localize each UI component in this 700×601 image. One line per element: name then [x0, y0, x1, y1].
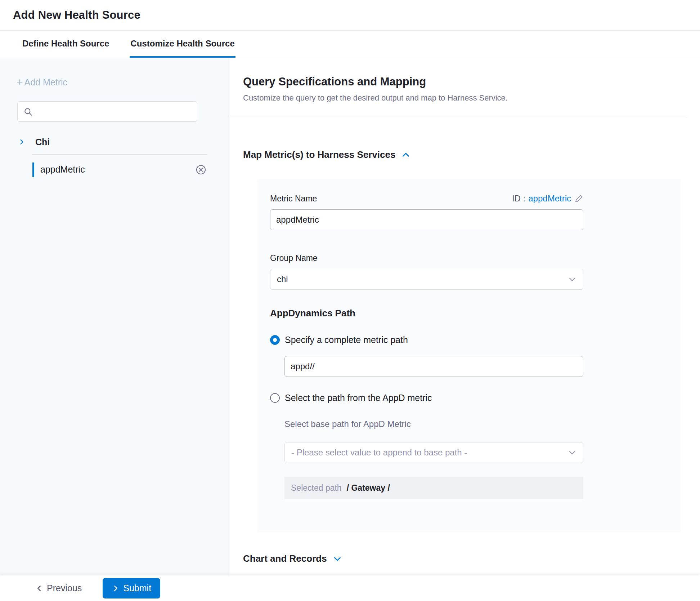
tree-metric-appdmetric[interactable]: appdMetric — [0, 160, 229, 179]
radio-selected-icon[interactable] — [270, 335, 280, 345]
plus-icon: + — [17, 77, 23, 88]
map-metrics-section-title: Map Metric(s) to Harness Services — [243, 149, 395, 160]
search-icon — [23, 107, 33, 116]
base-path-placeholder: - Please select value to append to base … — [291, 448, 467, 458]
divider — [230, 116, 687, 116]
tree-group-label: Chi — [35, 137, 50, 147]
radio-complete-path[interactable]: Specify a complete metric path — [270, 335, 681, 345]
map-metrics-section-toggle[interactable]: Map Metric(s) to Harness Services — [243, 149, 410, 160]
metrics-sidebar: + Add Metric Chi appdMetri — [0, 58, 229, 575]
metric-tree: Chi appdMetric — [0, 133, 229, 179]
id-value: appdMetric — [528, 193, 571, 204]
tree-group-chi[interactable]: Chi — [0, 133, 229, 151]
selected-path-value: / Gateway / — [347, 483, 390, 493]
appdynamics-path-heading: AppDynamics Path — [270, 308, 681, 319]
chevron-right-icon — [112, 584, 120, 592]
chart-and-records-label: Chart and Records — [243, 553, 327, 564]
metric-search — [17, 101, 197, 122]
submit-button[interactable]: Submit — [103, 578, 160, 598]
radio-select-path-label: Select the path from the AppD metric — [285, 393, 432, 403]
wizard-footer: Previous Submit — [0, 575, 700, 601]
group-name-value: chi — [277, 274, 288, 284]
id-prefix: ID : — [512, 193, 525, 204]
base-path-select[interactable]: - Please select value to append to base … — [284, 442, 583, 463]
tree-metric-label: appdMetric — [40, 164, 195, 175]
tab-label: Customize Health Source — [130, 39, 234, 49]
tree-divider — [32, 154, 207, 155]
chevron-down-icon — [568, 448, 576, 457]
previous-button[interactable]: Previous — [35, 583, 82, 593]
section-title: Query Specifications and Mapping — [243, 75, 700, 88]
chevron-down-icon — [333, 554, 342, 564]
metric-name-input[interactable] — [270, 209, 583, 230]
add-metric-label: Add Metric — [24, 77, 67, 88]
complete-metric-path-input[interactable] — [284, 356, 583, 377]
page-header: Add New Health Source — [0, 0, 700, 31]
chevron-up-icon — [401, 150, 410, 160]
previous-label: Previous — [47, 583, 82, 593]
group-name-label: Group Name — [270, 253, 681, 263]
selected-path-label: Selected path — [291, 483, 342, 493]
tab-define-health-source[interactable]: Define Health Source — [22, 31, 110, 58]
chevron-right-icon — [18, 138, 25, 146]
edit-id-icon[interactable] — [575, 194, 583, 203]
metric-name-row: Metric Name ID : appdMetric — [270, 193, 583, 204]
radio-complete-path-label: Specify a complete metric path — [285, 335, 408, 345]
base-path-label: Select base path for AppD Metric — [284, 419, 681, 429]
metric-name-label: Metric Name — [270, 194, 317, 204]
radio-unselected-icon[interactable] — [270, 393, 280, 403]
tab-customize-health-source[interactable]: Customize Health Source — [130, 31, 235, 58]
chevron-left-icon — [35, 584, 43, 592]
selected-accent-bar — [32, 163, 34, 177]
query-spec-main: Query Specifications and Mapping Customi… — [229, 58, 700, 575]
map-metrics-panel: Metric Name ID : appdMetric Group Name c… — [257, 179, 681, 532]
tab-label: Define Health Source — [22, 39, 109, 49]
group-name-select[interactable]: chi — [270, 269, 583, 290]
page-title: Add New Health Source — [13, 9, 140, 22]
submit-label: Submit — [123, 583, 151, 593]
section-subtitle: Customize the query to get the desired o… — [243, 93, 700, 103]
remove-metric-icon[interactable] — [195, 164, 207, 175]
metric-id-line: ID : appdMetric — [512, 193, 583, 204]
chevron-down-icon — [568, 275, 576, 284]
content-area: + Add Metric Chi appdMetri — [0, 58, 700, 575]
wizard-tab-bar: Define Health Source Customize Health So… — [0, 31, 700, 58]
selected-path-bar: Selected path / Gateway / — [284, 477, 583, 499]
chart-and-records-toggle[interactable]: Chart and Records — [243, 553, 700, 564]
search-input[interactable] — [37, 107, 188, 116]
add-metric-button[interactable]: + Add Metric — [17, 77, 67, 88]
radio-select-path[interactable]: Select the path from the AppD metric — [270, 393, 681, 403]
